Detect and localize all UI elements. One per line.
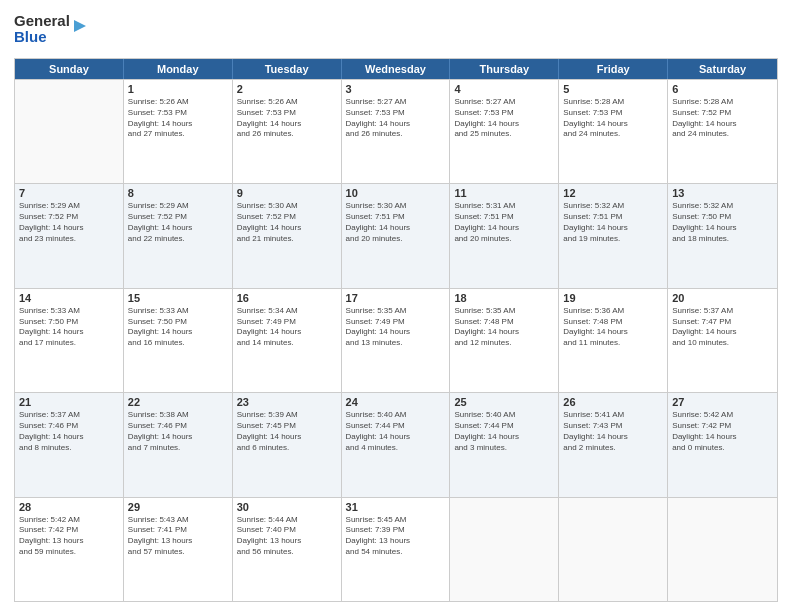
cell-info: Sunrise: 5:45 AM Sunset: 7:39 PM Dayligh… xyxy=(346,515,446,558)
calendar-cell: 28Sunrise: 5:42 AM Sunset: 7:42 PM Dayli… xyxy=(15,498,124,601)
day-number: 15 xyxy=(128,292,228,304)
weekday-header: Wednesday xyxy=(342,59,451,79)
day-number: 28 xyxy=(19,501,119,513)
day-number: 31 xyxy=(346,501,446,513)
calendar-row: 14Sunrise: 5:33 AM Sunset: 7:50 PM Dayli… xyxy=(15,288,777,392)
calendar-cell: 1Sunrise: 5:26 AM Sunset: 7:53 PM Daylig… xyxy=(124,80,233,183)
weekday-header: Friday xyxy=(559,59,668,79)
calendar-cell: 29Sunrise: 5:43 AM Sunset: 7:41 PM Dayli… xyxy=(124,498,233,601)
calendar-cell: 9Sunrise: 5:30 AM Sunset: 7:52 PM Daylig… xyxy=(233,184,342,287)
cell-info: Sunrise: 5:32 AM Sunset: 7:50 PM Dayligh… xyxy=(672,201,773,244)
cell-info: Sunrise: 5:36 AM Sunset: 7:48 PM Dayligh… xyxy=(563,306,663,349)
page-container: GeneralBlue SundayMondayTuesdayWednesday… xyxy=(0,0,792,612)
day-number: 30 xyxy=(237,501,337,513)
calendar-cell: 15Sunrise: 5:33 AM Sunset: 7:50 PM Dayli… xyxy=(124,289,233,392)
calendar-cell: 5Sunrise: 5:28 AM Sunset: 7:53 PM Daylig… xyxy=(559,80,668,183)
calendar-cell: 20Sunrise: 5:37 AM Sunset: 7:47 PM Dayli… xyxy=(668,289,777,392)
cell-info: Sunrise: 5:42 AM Sunset: 7:42 PM Dayligh… xyxy=(19,515,119,558)
weekday-header: Sunday xyxy=(15,59,124,79)
calendar-cell xyxy=(668,498,777,601)
calendar-header: SundayMondayTuesdayWednesdayThursdayFrid… xyxy=(15,59,777,79)
calendar-cell xyxy=(15,80,124,183)
cell-info: Sunrise: 5:27 AM Sunset: 7:53 PM Dayligh… xyxy=(454,97,554,140)
cell-info: Sunrise: 5:27 AM Sunset: 7:53 PM Dayligh… xyxy=(346,97,446,140)
svg-marker-2 xyxy=(74,20,86,32)
svg-text:Blue: Blue xyxy=(14,28,47,45)
calendar-cell: 14Sunrise: 5:33 AM Sunset: 7:50 PM Dayli… xyxy=(15,289,124,392)
cell-info: Sunrise: 5:40 AM Sunset: 7:44 PM Dayligh… xyxy=(346,410,446,453)
cell-info: Sunrise: 5:29 AM Sunset: 7:52 PM Dayligh… xyxy=(128,201,228,244)
calendar-cell xyxy=(450,498,559,601)
day-number: 29 xyxy=(128,501,228,513)
calendar-cell: 13Sunrise: 5:32 AM Sunset: 7:50 PM Dayli… xyxy=(668,184,777,287)
day-number: 2 xyxy=(237,83,337,95)
calendar-cell: 26Sunrise: 5:41 AM Sunset: 7:43 PM Dayli… xyxy=(559,393,668,496)
day-number: 5 xyxy=(563,83,663,95)
cell-info: Sunrise: 5:30 AM Sunset: 7:52 PM Dayligh… xyxy=(237,201,337,244)
calendar-cell: 8Sunrise: 5:29 AM Sunset: 7:52 PM Daylig… xyxy=(124,184,233,287)
calendar-cell: 10Sunrise: 5:30 AM Sunset: 7:51 PM Dayli… xyxy=(342,184,451,287)
calendar-cell: 22Sunrise: 5:38 AM Sunset: 7:46 PM Dayli… xyxy=(124,393,233,496)
day-number: 25 xyxy=(454,396,554,408)
day-number: 11 xyxy=(454,187,554,199)
calendar-cell: 12Sunrise: 5:32 AM Sunset: 7:51 PM Dayli… xyxy=(559,184,668,287)
cell-info: Sunrise: 5:37 AM Sunset: 7:46 PM Dayligh… xyxy=(19,410,119,453)
calendar-cell: 3Sunrise: 5:27 AM Sunset: 7:53 PM Daylig… xyxy=(342,80,451,183)
logo: GeneralBlue xyxy=(14,10,94,52)
cell-info: Sunrise: 5:44 AM Sunset: 7:40 PM Dayligh… xyxy=(237,515,337,558)
day-number: 22 xyxy=(128,396,228,408)
day-number: 18 xyxy=(454,292,554,304)
calendar: SundayMondayTuesdayWednesdayThursdayFrid… xyxy=(14,58,778,602)
day-number: 7 xyxy=(19,187,119,199)
calendar-cell: 30Sunrise: 5:44 AM Sunset: 7:40 PM Dayli… xyxy=(233,498,342,601)
calendar-cell: 2Sunrise: 5:26 AM Sunset: 7:53 PM Daylig… xyxy=(233,80,342,183)
cell-info: Sunrise: 5:30 AM Sunset: 7:51 PM Dayligh… xyxy=(346,201,446,244)
day-number: 26 xyxy=(563,396,663,408)
weekday-header: Thursday xyxy=(450,59,559,79)
calendar-cell: 31Sunrise: 5:45 AM Sunset: 7:39 PM Dayli… xyxy=(342,498,451,601)
cell-info: Sunrise: 5:33 AM Sunset: 7:50 PM Dayligh… xyxy=(19,306,119,349)
cell-info: Sunrise: 5:33 AM Sunset: 7:50 PM Dayligh… xyxy=(128,306,228,349)
calendar-body: 1Sunrise: 5:26 AM Sunset: 7:53 PM Daylig… xyxy=(15,79,777,601)
day-number: 10 xyxy=(346,187,446,199)
cell-info: Sunrise: 5:31 AM Sunset: 7:51 PM Dayligh… xyxy=(454,201,554,244)
cell-info: Sunrise: 5:38 AM Sunset: 7:46 PM Dayligh… xyxy=(128,410,228,453)
cell-info: Sunrise: 5:28 AM Sunset: 7:53 PM Dayligh… xyxy=(563,97,663,140)
calendar-cell: 17Sunrise: 5:35 AM Sunset: 7:49 PM Dayli… xyxy=(342,289,451,392)
calendar-cell: 19Sunrise: 5:36 AM Sunset: 7:48 PM Dayli… xyxy=(559,289,668,392)
day-number: 6 xyxy=(672,83,773,95)
calendar-row: 21Sunrise: 5:37 AM Sunset: 7:46 PM Dayli… xyxy=(15,392,777,496)
day-number: 20 xyxy=(672,292,773,304)
cell-info: Sunrise: 5:26 AM Sunset: 7:53 PM Dayligh… xyxy=(128,97,228,140)
calendar-cell: 23Sunrise: 5:39 AM Sunset: 7:45 PM Dayli… xyxy=(233,393,342,496)
cell-info: Sunrise: 5:39 AM Sunset: 7:45 PM Dayligh… xyxy=(237,410,337,453)
page-header: GeneralBlue xyxy=(14,10,778,52)
cell-info: Sunrise: 5:42 AM Sunset: 7:42 PM Dayligh… xyxy=(672,410,773,453)
weekday-header: Tuesday xyxy=(233,59,342,79)
cell-info: Sunrise: 5:35 AM Sunset: 7:49 PM Dayligh… xyxy=(346,306,446,349)
day-number: 3 xyxy=(346,83,446,95)
cell-info: Sunrise: 5:37 AM Sunset: 7:47 PM Dayligh… xyxy=(672,306,773,349)
day-number: 17 xyxy=(346,292,446,304)
calendar-cell: 18Sunrise: 5:35 AM Sunset: 7:48 PM Dayli… xyxy=(450,289,559,392)
logo-icon: GeneralBlue xyxy=(14,10,94,52)
calendar-row: 7Sunrise: 5:29 AM Sunset: 7:52 PM Daylig… xyxy=(15,183,777,287)
calendar-row: 1Sunrise: 5:26 AM Sunset: 7:53 PM Daylig… xyxy=(15,79,777,183)
day-number: 16 xyxy=(237,292,337,304)
day-number: 13 xyxy=(672,187,773,199)
weekday-header: Saturday xyxy=(668,59,777,79)
cell-info: Sunrise: 5:26 AM Sunset: 7:53 PM Dayligh… xyxy=(237,97,337,140)
day-number: 1 xyxy=(128,83,228,95)
svg-text:General: General xyxy=(14,12,70,29)
calendar-cell: 11Sunrise: 5:31 AM Sunset: 7:51 PM Dayli… xyxy=(450,184,559,287)
day-number: 27 xyxy=(672,396,773,408)
calendar-cell xyxy=(559,498,668,601)
calendar-cell: 21Sunrise: 5:37 AM Sunset: 7:46 PM Dayli… xyxy=(15,393,124,496)
cell-info: Sunrise: 5:29 AM Sunset: 7:52 PM Dayligh… xyxy=(19,201,119,244)
day-number: 4 xyxy=(454,83,554,95)
calendar-cell: 24Sunrise: 5:40 AM Sunset: 7:44 PM Dayli… xyxy=(342,393,451,496)
day-number: 12 xyxy=(563,187,663,199)
day-number: 19 xyxy=(563,292,663,304)
day-number: 24 xyxy=(346,396,446,408)
day-number: 23 xyxy=(237,396,337,408)
